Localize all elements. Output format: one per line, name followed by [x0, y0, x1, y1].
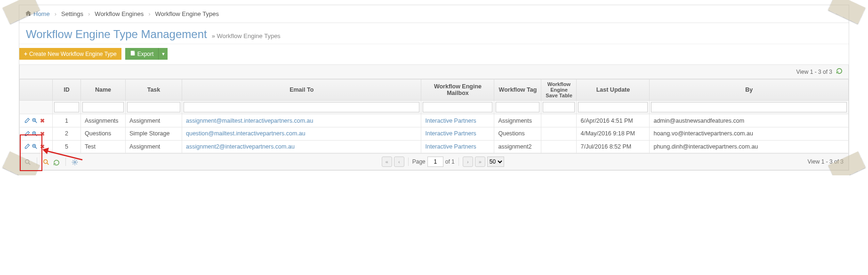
chevron-right-icon: › [148, 10, 150, 17]
svg-line-2 [35, 121, 37, 123]
filter-mailbox[interactable] [423, 102, 492, 112]
col-task[interactable]: Task [126, 79, 182, 101]
cell-task: Simple Storage [126, 127, 182, 140]
breadcrumb-types: Workflow Engine Types [155, 10, 219, 17]
pager-last[interactable]: » [475, 157, 485, 167]
breadcrumb-engines: Workflow Engines [95, 10, 144, 17]
pager-page-input[interactable] [427, 157, 443, 167]
col-emailto[interactable]: Email To [182, 79, 421, 101]
cell-save [541, 127, 577, 140]
col-update[interactable]: Last Update [577, 79, 650, 101]
export-icon [130, 50, 136, 57]
plus-icon: + [24, 51, 27, 57]
export-button-label: Export [137, 51, 154, 57]
export-dropdown-button[interactable]: ▼ [158, 48, 168, 60]
cell-tag: assignment2 [494, 140, 541, 153]
cell-id: 2 [53, 127, 81, 140]
annotation-box [20, 134, 42, 171]
delete-icon[interactable]: ✖ [39, 118, 46, 124]
page-subtitle: » Workflow Engine Types [212, 32, 281, 39]
table-record-info-top: View 1 - 3 of 3 [796, 69, 833, 75]
cell-update: 4/May/2016 9:18 PM [577, 127, 650, 140]
filter-update[interactable] [578, 102, 648, 112]
create-button[interactable]: + Create New Workflow Engine Type [19, 48, 121, 60]
pager-page-label: Page [412, 158, 426, 165]
cell-name: Questions [81, 127, 126, 140]
cell-mailbox-link[interactable]: Interactive Partners [425, 143, 476, 150]
col-mailbox[interactable]: Workflow Engine Mailbox [421, 79, 494, 101]
cell-save [541, 140, 577, 153]
filter-email[interactable] [184, 102, 419, 112]
data-table: ID Name Task Email To Workflow Engine Ma… [19, 79, 849, 153]
filter-by[interactable] [651, 102, 847, 112]
page-title: Workflow Engine Type Management [26, 28, 207, 41]
caret-down-icon: ▼ [161, 52, 165, 56]
refresh-icon[interactable] [836, 68, 843, 76]
svg-marker-19 [42, 148, 49, 154]
breadcrumb-settings: Settings [61, 10, 83, 17]
col-name[interactable]: Name [81, 79, 126, 101]
cell-email-link[interactable]: assignment2@interactivepartners.com.au [186, 143, 295, 150]
cell-task: Assignment [126, 140, 182, 153]
filter-tag[interactable] [496, 102, 539, 112]
annotation-arrow [42, 146, 85, 165]
col-save[interactable]: Workflow Engine Save Table [541, 79, 577, 101]
cell-name: Assignments [81, 114, 126, 127]
cell-by: admin@austnewsandfeatures.com [650, 114, 849, 127]
export-button[interactable]: Export [125, 48, 159, 60]
table-row: ✖2QuestionsSimple Storagequestion@mailte… [20, 127, 849, 140]
cell-tag: Assignments [494, 114, 541, 127]
cell-name: Test [81, 140, 126, 153]
cell-update: 6/Apr/2016 4:51 PM [577, 114, 650, 127]
pager-first[interactable]: « [382, 157, 392, 167]
pager-prev[interactable]: ‹ [394, 157, 404, 167]
cell-update: 7/Jul/2016 8:52 PM [577, 140, 650, 153]
cell-save [541, 114, 577, 127]
pager-pagesize[interactable]: 50 [487, 157, 504, 167]
cell-tag: Questions [494, 127, 541, 140]
chevron-right-icon: › [55, 10, 56, 17]
col-id[interactable]: ID [53, 79, 81, 101]
cell-id: 1 [53, 114, 81, 127]
pager-of-label: of 1 [445, 158, 455, 165]
col-actions [20, 79, 53, 101]
filter-save[interactable] [543, 102, 575, 112]
cell-mailbox-link[interactable]: Interactive Partners [425, 130, 476, 137]
cell-by: phung.dinh@interactivepartners.com.au [650, 140, 849, 153]
chevron-right-icon: › [88, 10, 90, 17]
filter-name[interactable] [82, 102, 124, 112]
create-button-label: Create New Workflow Engine Type [29, 51, 117, 57]
cell-mailbox-link[interactable]: Interactive Partners [425, 118, 476, 124]
filter-task[interactable] [127, 102, 180, 112]
cell-by: hoang.vo@interactivepartners.com.au [650, 127, 849, 140]
col-tag[interactable]: Workflow Tag [494, 79, 541, 101]
pager-next[interactable]: › [463, 157, 473, 167]
cell-email-link[interactable]: assignment@mailtest.interactivepartners.… [186, 118, 313, 124]
view-details-icon[interactable] [32, 118, 38, 124]
cell-task: Assignment [126, 114, 182, 127]
table-row: ✖5TestAssignmentassignment2@interactivep… [20, 140, 849, 153]
breadcrumb: Home › Settings › Workflow Engines › Wor… [19, 5, 849, 23]
col-by[interactable]: By [650, 79, 849, 101]
filter-id[interactable] [54, 102, 79, 112]
cell-email-link[interactable]: question@mailtest.interactivepartners.co… [186, 130, 305, 137]
svg-line-18 [45, 150, 82, 160]
edit-icon[interactable] [24, 118, 31, 124]
table-row: ✖1AssignmentsAssignmentassignment@mailte… [20, 114, 849, 127]
